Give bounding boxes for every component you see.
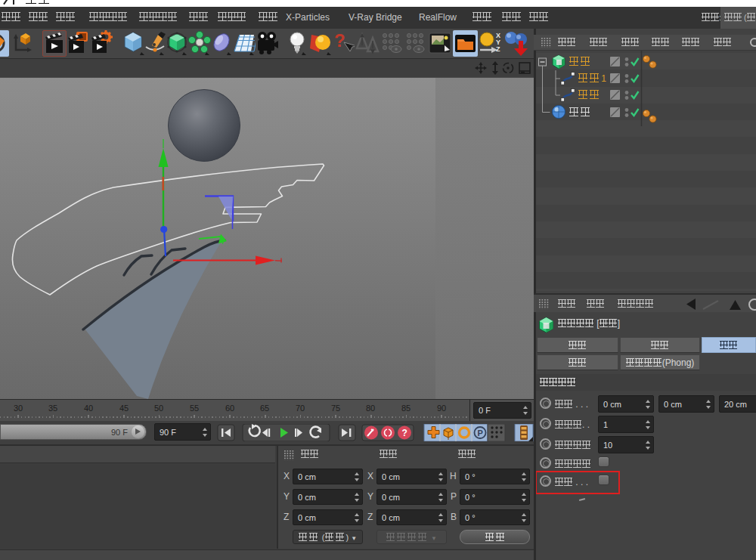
- svg-text:?: ?: [402, 428, 407, 438]
- svg-text:P: P: [478, 429, 483, 438]
- svg-text:?: ?: [334, 30, 345, 51]
- svg-text:Z: Z: [496, 45, 500, 53]
